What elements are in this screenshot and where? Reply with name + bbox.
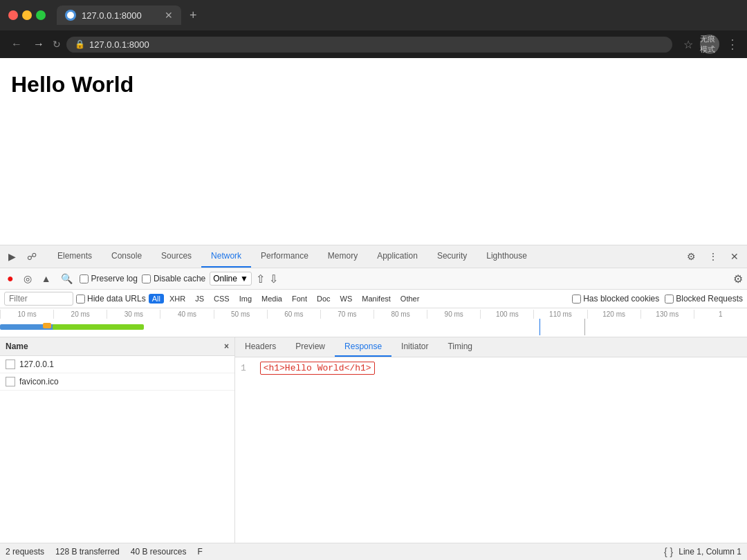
minimize-traffic-light[interactable]	[22, 10, 32, 20]
lock-icon: 🔒	[75, 39, 85, 49]
has-blocked-cookies-checkbox[interactable]	[572, 295, 581, 304]
filter-pill-css[interactable]: CSS	[210, 294, 234, 304]
tab-network[interactable]: Network	[201, 245, 251, 268]
disable-cache-label[interactable]: Disable cache	[142, 274, 205, 283]
tab-security[interactable]: Security	[427, 245, 477, 268]
preserve-log-checkbox[interactable]	[80, 274, 89, 283]
tab-console[interactable]: Console	[102, 245, 151, 268]
request-panel: Name × 127.0.0.1 favicon.ico Headers Pre…	[0, 337, 747, 543]
export-icon[interactable]: ⇩	[269, 272, 278, 286]
filter-pill-ws[interactable]: WS	[336, 294, 357, 304]
timeline-marker-secondary	[584, 319, 585, 335]
file-item-icon-favicon	[6, 377, 15, 386]
tick-110ms: 110 ms	[533, 310, 587, 319]
file-item-icon-127	[6, 360, 15, 369]
tab-performance[interactable]: Performance	[251, 245, 318, 268]
throttle-dropdown-icon: ▼	[240, 274, 248, 283]
disable-cache-checkbox[interactable]	[142, 274, 151, 283]
new-tab-button[interactable]: +	[187, 6, 200, 26]
preserve-log-label[interactable]: Preserve log	[80, 274, 138, 283]
hide-data-urls-label[interactable]: Hide data URLs	[76, 294, 146, 304]
tab-lighthouse[interactable]: Lighthouse	[477, 245, 537, 268]
response-line-number: 1	[241, 363, 246, 373]
close-devtools-icon[interactable]: ✕	[725, 247, 744, 266]
edge-profile-button[interactable]: 无痕模式	[700, 35, 719, 54]
tab-memory[interactable]: Memory	[318, 245, 367, 268]
tab-close-button[interactable]: ✕	[165, 10, 173, 21]
maximize-traffic-light[interactable]	[36, 10, 46, 20]
has-blocked-cookies-text: Has blocked cookies	[583, 294, 659, 304]
address-text: 127.0.0.1:8000	[89, 39, 149, 50]
bookmark-icon[interactable]: ☆	[683, 38, 693, 51]
blocked-requests-checkbox[interactable]	[665, 295, 674, 304]
tab-application[interactable]: Application	[367, 245, 427, 268]
filter-pills: All XHR JS CSS Img Media Font Doc WS Man…	[149, 294, 424, 304]
close-response-panel-button[interactable]: ×	[224, 342, 229, 351]
filter-pill-font[interactable]: Font	[288, 294, 311, 304]
disable-cache-text: Disable cache	[154, 274, 205, 283]
network-timeline: 10 ms 20 ms 30 ms 40 ms 50 ms 60 ms 70 m…	[0, 308, 747, 337]
blocked-checks: Has blocked cookies Blocked Requests	[572, 294, 743, 304]
console-drawer-icon[interactable]: { }	[664, 546, 673, 557]
tab-bar: 127.0.0.1:8000 ✕ +	[57, 6, 739, 26]
back-button[interactable]: ←	[8, 37, 25, 52]
tick-40ms: 40 ms	[160, 310, 213, 319]
title-bar: 127.0.0.1:8000 ✕ +	[0, 0, 747, 30]
resp-tab-timing[interactable]: Timing	[438, 337, 482, 357]
file-list: Name × 127.0.0.1 favicon.ico	[0, 337, 235, 543]
tab-favicon	[65, 10, 76, 21]
close-traffic-light[interactable]	[8, 10, 18, 20]
record-button[interactable]: ●	[4, 271, 17, 286]
filter-pill-manifest[interactable]: Manifest	[358, 294, 395, 304]
tick-20ms: 20 ms	[53, 310, 107, 319]
status-resources: 40 B resources	[131, 547, 187, 557]
network-throttle-select[interactable]: Online ▼	[210, 272, 252, 286]
reload-button[interactable]: ↻	[53, 39, 61, 50]
tick-50ms: 50 ms	[214, 310, 267, 319]
filter-pill-xhr[interactable]: XHR	[165, 294, 190, 304]
filter-pill-all[interactable]: All	[149, 294, 164, 304]
hide-data-urls-text: Hide data URLs	[87, 294, 146, 304]
clear-button[interactable]: ◎	[21, 272, 35, 286]
resp-tab-initiator[interactable]: Initiator	[391, 337, 438, 357]
browser-menu-button[interactable]: ⋮	[726, 37, 739, 52]
hide-data-urls-checkbox[interactable]	[76, 295, 85, 304]
tab-sources[interactable]: Sources	[151, 245, 201, 268]
blocked-requests-label[interactable]: Blocked Requests	[665, 294, 743, 304]
device-toolbar-icon[interactable]: ☍	[21, 247, 42, 266]
page-heading: Hello World	[11, 72, 736, 97]
browser-chrome: 127.0.0.1:8000 ✕ + ← → ↻ 🔒 127.0.0.1:800…	[0, 0, 747, 58]
tick-80ms: 80 ms	[374, 310, 427, 319]
tab-elements[interactable]: Elements	[48, 245, 102, 268]
settings-icon[interactable]: ⚙	[681, 247, 701, 266]
resp-tab-response[interactable]: Response	[335, 337, 391, 357]
filter-input[interactable]	[4, 292, 73, 306]
filter-pill-media[interactable]: Media	[257, 294, 286, 304]
filter-pill-doc[interactable]: Doc	[313, 294, 335, 304]
resp-tab-headers[interactable]: Headers	[235, 337, 286, 357]
tick-90ms: 90 ms	[427, 310, 480, 319]
file-list-header: Name ×	[0, 337, 234, 356]
filter-pill-img[interactable]: Img	[235, 294, 256, 304]
has-blocked-cookies-label[interactable]: Has blocked cookies	[572, 294, 659, 304]
resp-tab-preview[interactable]: Preview	[286, 337, 335, 357]
browser-tab[interactable]: 127.0.0.1:8000 ✕	[57, 6, 181, 25]
timeline-ruler: 10 ms 20 ms 30 ms 40 ms 50 ms 60 ms 70 m…	[0, 310, 747, 319]
more-options-icon[interactable]: ⋮	[703, 247, 723, 266]
address-right: ☆ 无痕模式 ⋮	[683, 35, 739, 54]
import-icon[interactable]: ⇧	[256, 272, 265, 286]
network-settings-icon[interactable]: ⚙	[733, 272, 743, 286]
address-input-wrap[interactable]: 🔒 127.0.0.1:8000	[66, 37, 672, 53]
filter-pill-other[interactable]: Other	[396, 294, 424, 304]
file-item-favicon[interactable]: favicon.ico	[0, 373, 234, 391]
tick-end: 1	[694, 310, 747, 319]
filter-icon[interactable]: ▲	[39, 272, 54, 286]
forward-button[interactable]: →	[30, 37, 47, 52]
inspector-icon[interactable]: ▶	[3, 247, 21, 266]
preserve-log-text: Preserve log	[91, 274, 138, 283]
file-item-127[interactable]: 127.0.0.1	[0, 356, 234, 373]
network-toolbar: ● ◎ ▲ 🔍 Preserve log Disable cache Onlin…	[0, 268, 747, 290]
filter-pill-js[interactable]: JS	[191, 294, 208, 304]
search-icon[interactable]: 🔍	[58, 272, 75, 286]
file-item-name-favicon: favicon.ico	[19, 377, 59, 386]
